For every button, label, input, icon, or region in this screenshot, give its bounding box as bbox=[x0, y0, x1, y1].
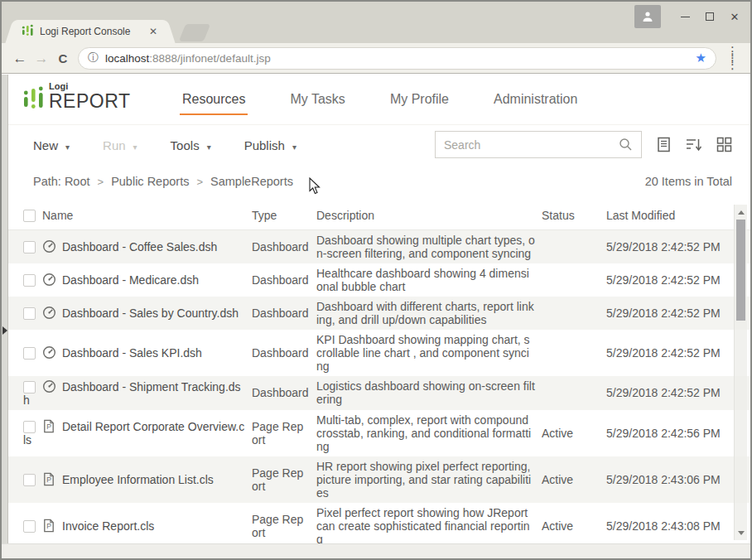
report-description: Dashboard with different charts, report … bbox=[316, 297, 542, 330]
profile-button[interactable] bbox=[634, 5, 661, 28]
column-header-name[interactable]: Name bbox=[2, 201, 252, 229]
report-name[interactable]: Dashboard - Medicare.dsh bbox=[62, 273, 199, 287]
row-checkbox[interactable] bbox=[23, 520, 36, 533]
report-last-modified: 5/29/2018 2:42:52 PM bbox=[606, 263, 750, 297]
table-row[interactable]: PEmployee Information List.clsPage Repor… bbox=[2, 456, 750, 503]
report-status bbox=[542, 330, 606, 376]
svg-text:P: P bbox=[46, 522, 51, 530]
nav-item-administration[interactable]: Administration bbox=[494, 92, 577, 107]
mouse-cursor bbox=[309, 177, 321, 195]
report-description: KPI Dashboard showing mapping chart, scr… bbox=[316, 330, 542, 376]
search-box[interactable] bbox=[435, 131, 642, 158]
chevron-down-icon: ▾ bbox=[133, 142, 137, 152]
breadcrumb-bar: Path: Root>Public Reports>SampleReports … bbox=[2, 164, 750, 201]
table-row[interactable]: Dashboard - Sales KPI.dshDashboardKPI Da… bbox=[2, 330, 750, 376]
tab-close-icon[interactable]: ✕ bbox=[147, 26, 159, 37]
chevron-down-icon: ▾ bbox=[207, 142, 211, 152]
row-checkbox[interactable] bbox=[23, 381, 36, 393]
report-type: Dashboard bbox=[252, 376, 316, 410]
app-header: Logi REPORT ResourcesMy TasksMy ProfileA… bbox=[2, 75, 750, 124]
report-description: Healthcare dashboard showing 4 dimension… bbox=[316, 263, 542, 297]
report-description: Multi-tab, complex, report with compound… bbox=[316, 410, 542, 456]
report-last-modified: 5/29/2018 2:43:06 PM bbox=[606, 456, 750, 503]
maximize-button[interactable] bbox=[697, 5, 722, 28]
report-name[interactable]: Invoice Report.cls bbox=[62, 519, 154, 533]
row-checkbox[interactable] bbox=[23, 474, 36, 486]
forward-button[interactable]: → bbox=[31, 51, 52, 65]
table-row[interactable]: PInvoice Report.clsPage ReportPixel perf… bbox=[2, 503, 750, 544]
scroll-down-arrow-icon[interactable] bbox=[735, 527, 747, 538]
breadcrumb-item-public-reports[interactable]: Public Reports bbox=[111, 175, 189, 188]
column-header-last-modified[interactable]: Last Modified bbox=[606, 201, 750, 229]
menu-tools[interactable]: Tools▾ bbox=[171, 138, 211, 152]
nav-item-my-profile[interactable]: My Profile bbox=[390, 92, 449, 107]
dashboard-icon bbox=[42, 379, 56, 393]
dashboard-icon bbox=[42, 273, 56, 287]
back-button[interactable]: ← bbox=[9, 51, 31, 65]
report-type: Dashboard bbox=[252, 229, 316, 263]
report-name[interactable]: Dashboard - Sales KPI.dsh bbox=[62, 346, 202, 360]
bookmark-star-icon[interactable]: ★ bbox=[696, 51, 706, 65]
browser-menu-icon[interactable]: ⋮⋮⋮ bbox=[722, 48, 743, 69]
refresh-button[interactable]: C bbox=[52, 52, 74, 65]
items-total: 20 Items in Total bbox=[645, 175, 732, 188]
menu-publish[interactable]: Publish▾ bbox=[244, 138, 296, 152]
menu-run[interactable]: Run▾ bbox=[103, 138, 137, 152]
row-checkbox[interactable] bbox=[23, 347, 36, 360]
url-path: :8888/jinfonet/default.jsp bbox=[149, 52, 270, 65]
column-header-type[interactable]: Type bbox=[252, 201, 316, 229]
detail-view-icon[interactable] bbox=[656, 137, 672, 152]
nav-item-my-tasks[interactable]: My Tasks bbox=[290, 92, 345, 107]
breadcrumb-item-root[interactable]: Root bbox=[65, 175, 90, 188]
minimize-button[interactable] bbox=[672, 5, 697, 28]
chevron-down-icon: ▾ bbox=[292, 142, 296, 152]
logo-main-text: REPORT bbox=[49, 92, 130, 111]
close-button[interactable]: ✕ bbox=[722, 5, 747, 28]
table-row[interactable]: Dashboard - Sales by Country.dshDashboar… bbox=[2, 297, 750, 330]
table-row[interactable]: Dashboard - Shipment Tracking.dshDashboa… bbox=[2, 376, 750, 410]
nav-item-resources[interactable]: Resources bbox=[182, 92, 245, 107]
search-icon[interactable] bbox=[619, 138, 633, 152]
sort-icon[interactable] bbox=[686, 137, 702, 152]
reports-tbody: Dashboard - Coffee Sales.dshDashboardDas… bbox=[2, 229, 750, 543]
report-name[interactable]: Dashboard - Sales by Country.dsh bbox=[62, 307, 239, 320]
scrollbar-thumb[interactable] bbox=[736, 220, 745, 321]
page-report-icon: P bbox=[42, 519, 56, 533]
report-status bbox=[542, 297, 606, 330]
breadcrumb-item-samplereports[interactable]: SampleReports bbox=[210, 175, 293, 188]
new-tab-button[interactable] bbox=[179, 24, 210, 41]
report-name[interactable]: Dashboard - Coffee Sales.dsh bbox=[62, 240, 217, 253]
report-name[interactable]: Detail Report Corporate Overview.cls bbox=[23, 420, 244, 447]
report-type: Page Report bbox=[252, 503, 316, 544]
select-all-checkbox[interactable] bbox=[23, 210, 36, 222]
address-bar[interactable]: ⓘ localhost:8888/jinfonet/default.jsp ★ bbox=[78, 47, 716, 70]
report-last-modified: 5/29/2018 2:42:56 PM bbox=[606, 410, 750, 456]
left-panel-collapsed bbox=[2, 75, 8, 543]
search-input[interactable] bbox=[444, 138, 619, 152]
row-checkbox[interactable] bbox=[23, 241, 36, 253]
browser-tab[interactable]: Logi Report Console ✕ bbox=[15, 20, 166, 43]
dashboard-icon bbox=[42, 306, 56, 320]
table-row[interactable]: PDetail Report Corporate Overview.clsPag… bbox=[2, 410, 750, 456]
report-status: Active bbox=[542, 410, 606, 456]
menu-new[interactable]: New▾ bbox=[33, 138, 70, 152]
person-icon bbox=[642, 11, 653, 22]
report-name[interactable]: Employee Information List.cls bbox=[62, 473, 214, 486]
report-type: Dashboard bbox=[252, 297, 316, 330]
breadcrumb: Path: Root>Public Reports>SampleReports bbox=[33, 175, 293, 188]
vertical-scrollbar[interactable] bbox=[734, 205, 747, 540]
page-info-icon[interactable]: ⓘ bbox=[88, 51, 99, 65]
row-checkbox[interactable] bbox=[23, 274, 36, 287]
table-row[interactable]: Dashboard - Coffee Sales.dshDashboardDas… bbox=[2, 229, 750, 263]
dashboard-icon bbox=[42, 345, 56, 360]
row-checkbox[interactable] bbox=[23, 421, 36, 433]
row-checkbox[interactable] bbox=[23, 307, 36, 320]
expand-panel-handle[interactable] bbox=[2, 326, 7, 335]
column-header-description[interactable]: Description bbox=[316, 201, 542, 229]
horizontal-scrollbar-track[interactable] bbox=[2, 543, 750, 558]
scroll-up-arrow-icon[interactable] bbox=[735, 206, 747, 218]
table-row[interactable]: Dashboard - Medicare.dshDashboardHealthc… bbox=[2, 263, 750, 297]
report-description: HR report showing pixel perfect reportin… bbox=[316, 456, 542, 503]
grid-view-icon[interactable] bbox=[716, 137, 732, 152]
column-header-status[interactable]: Status bbox=[542, 201, 606, 229]
